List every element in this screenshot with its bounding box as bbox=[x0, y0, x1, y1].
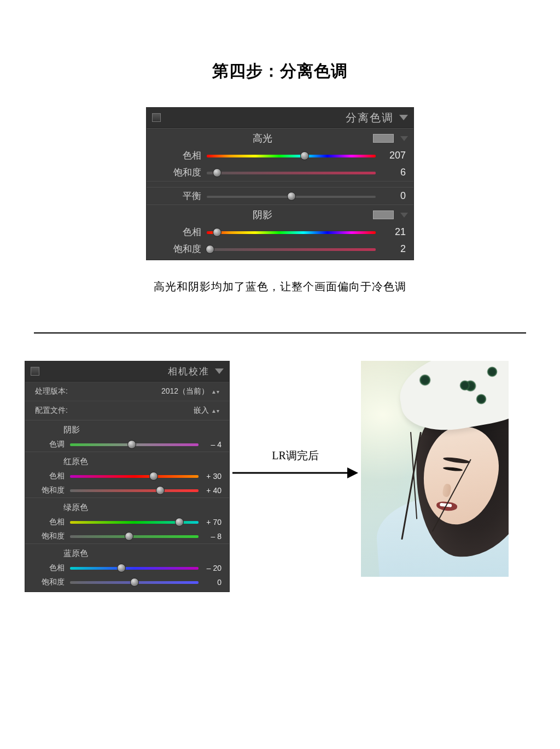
slider-track[interactable] bbox=[70, 580, 199, 585]
slider-label: 饱和度 bbox=[31, 485, 70, 495]
section-divider bbox=[34, 332, 526, 333]
slider-label: 色相 bbox=[31, 471, 70, 481]
red-hue-slider[interactable]: 色相 + 30 bbox=[25, 469, 229, 483]
green-section-header: 绿原色 bbox=[25, 498, 229, 515]
red-section-header: 红原色 bbox=[25, 452, 229, 469]
slider-value[interactable]: – 20 bbox=[199, 564, 224, 572]
chevron-down-icon[interactable] bbox=[215, 368, 224, 374]
slider-track[interactable] bbox=[207, 170, 376, 175]
slider-label: 色相 bbox=[31, 563, 70, 573]
arrow-right-icon bbox=[232, 466, 358, 479]
slider-value[interactable]: 0 bbox=[199, 578, 224, 587]
panel-toggle-icon[interactable] bbox=[31, 367, 39, 376]
slider-value[interactable]: + 70 bbox=[199, 518, 224, 526]
chevron-down-icon[interactable] bbox=[400, 213, 408, 218]
highlights-hue-slider[interactable]: 色相 207 bbox=[147, 147, 413, 164]
profile-label: 配置文件: bbox=[35, 406, 68, 416]
balance-slider[interactable]: 平衡 0 bbox=[147, 187, 413, 204]
process-version-row[interactable]: 处理版本: 2012（当前）▲▾ bbox=[25, 382, 229, 401]
slider-label: 色相 bbox=[31, 517, 70, 527]
highlights-section-header: 高光 bbox=[147, 128, 413, 147]
chevron-down-icon[interactable] bbox=[400, 136, 408, 141]
profile-row[interactable]: 配置文件: 嵌入▲▾ bbox=[25, 401, 229, 420]
red-sat-slider[interactable]: 饱和度 + 40 bbox=[25, 483, 229, 498]
panel-header[interactable]: 分离色调 bbox=[147, 108, 413, 128]
red-section-label: 红原色 bbox=[31, 457, 88, 467]
slider-track[interactable] bbox=[207, 194, 376, 199]
shadows-sat-slider[interactable]: 饱和度 2 bbox=[147, 241, 413, 260]
slider-value[interactable]: + 40 bbox=[199, 486, 224, 495]
shadow-section-label: 阴影 bbox=[31, 425, 80, 435]
panel-header[interactable]: 相机校准 bbox=[25, 361, 229, 382]
slider-value[interactable]: 207 bbox=[376, 150, 408, 161]
slider-track[interactable] bbox=[70, 519, 199, 525]
slider-track[interactable] bbox=[70, 488, 199, 493]
slider-label: 色调 bbox=[31, 440, 70, 449]
shadows-label: 阴影 bbox=[152, 208, 373, 221]
slider-label: 平衡 bbox=[152, 190, 207, 202]
panel-toggle-icon[interactable] bbox=[152, 113, 161, 122]
shadows-section-header: 阴影 bbox=[147, 204, 413, 224]
arrow-label: LR调完后 bbox=[230, 448, 361, 463]
slider-track[interactable] bbox=[70, 534, 199, 539]
slider-track[interactable] bbox=[207, 230, 376, 235]
slider-track[interactable] bbox=[207, 247, 376, 252]
page-title: 第四步：分离色调 bbox=[0, 60, 560, 83]
shadow-section-header: 阴影 bbox=[25, 420, 229, 437]
highlights-sat-slider[interactable]: 饱和度 6 bbox=[147, 164, 413, 181]
slider-value[interactable]: + 30 bbox=[199, 472, 224, 481]
blue-section-header: 蓝原色 bbox=[25, 543, 229, 561]
chevron-down-icon[interactable] bbox=[399, 115, 408, 120]
slider-track[interactable] bbox=[70, 565, 199, 571]
slider-value[interactable]: 0 bbox=[376, 190, 408, 202]
slider-value[interactable]: 21 bbox=[376, 226, 408, 238]
panel-title: 相机校准 bbox=[168, 365, 209, 378]
shadows-hue-slider[interactable]: 色相 21 bbox=[147, 224, 413, 241]
blue-hue-slider[interactable]: 色相 – 20 bbox=[25, 561, 229, 575]
shadow-tint-slider[interactable]: 色调 – 4 bbox=[25, 437, 229, 452]
slider-value[interactable]: – 8 bbox=[199, 532, 224, 541]
arrow-annotation: LR调完后 bbox=[230, 361, 361, 482]
slider-label: 饱和度 bbox=[31, 577, 70, 587]
panel-title: 分离色调 bbox=[346, 110, 394, 125]
slider-value[interactable]: 6 bbox=[376, 167, 408, 178]
slider-label: 饱和度 bbox=[31, 531, 70, 541]
shadows-swatch[interactable] bbox=[373, 210, 394, 219]
camera-calibration-panel: 相机校准 处理版本: 2012（当前）▲▾ 配置文件: 嵌入▲▾ 阴影 色调 bbox=[25, 361, 230, 592]
slider-value[interactable]: – 4 bbox=[199, 440, 224, 449]
slider-label: 色相 bbox=[152, 226, 207, 238]
slider-label: 色相 bbox=[152, 149, 207, 162]
slider-label: 饱和度 bbox=[152, 166, 207, 179]
slider-track[interactable] bbox=[70, 442, 199, 447]
green-section-label: 绿原色 bbox=[31, 502, 88, 513]
green-sat-slider[interactable]: 饱和度 – 8 bbox=[25, 529, 229, 543]
slider-label: 饱和度 bbox=[152, 243, 207, 255]
profile-value[interactable]: 嵌入 bbox=[194, 406, 209, 414]
updown-icon[interactable]: ▲▾ bbox=[211, 389, 219, 395]
highlights-label: 高光 bbox=[152, 132, 373, 145]
process-version-value[interactable]: 2012（当前） bbox=[161, 387, 209, 395]
blue-section-label: 蓝原色 bbox=[31, 548, 88, 559]
caption-text: 高光和阴影均加了蓝色，让整个画面偏向于冷色调 bbox=[0, 279, 560, 294]
process-version-label: 处理版本: bbox=[35, 387, 68, 396]
green-hue-slider[interactable]: 色相 + 70 bbox=[25, 515, 229, 529]
split-toning-panel: 分离色调 高光 色相 207 饱和度 6 平衡 bbox=[146, 107, 414, 260]
slider-track[interactable] bbox=[207, 153, 376, 159]
result-photo bbox=[361, 361, 509, 577]
highlights-swatch[interactable] bbox=[373, 134, 394, 143]
slider-track[interactable] bbox=[70, 473, 199, 479]
blue-sat-slider[interactable]: 饱和度 0 bbox=[25, 575, 229, 592]
slider-value[interactable]: 2 bbox=[376, 243, 408, 255]
updown-icon[interactable]: ▲▾ bbox=[211, 408, 219, 414]
svg-marker-1 bbox=[347, 467, 358, 478]
